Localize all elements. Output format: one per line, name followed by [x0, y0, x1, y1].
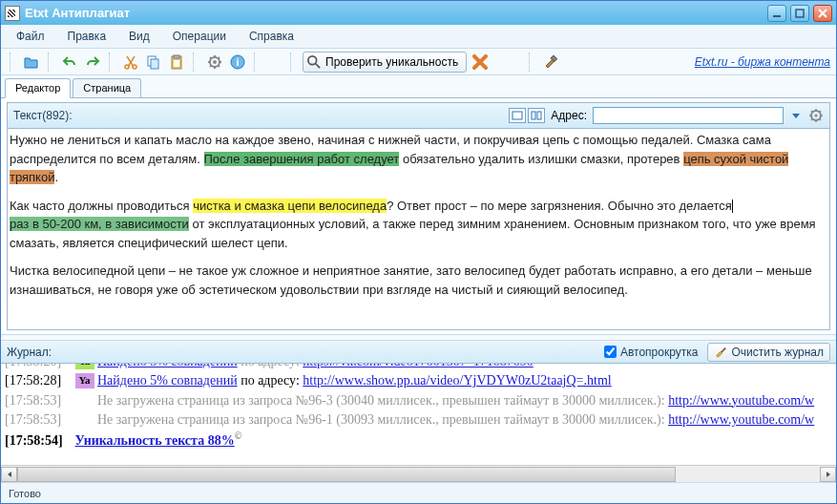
horizontal-scrollbar[interactable] — [1, 465, 836, 482]
journal-log[interactable]: [17:58:20] Ya Найдено 5% совпадений по а… — [1, 364, 836, 465]
separator — [193, 52, 199, 72]
paste-icon[interactable] — [167, 52, 186, 72]
match-text-link[interactable]: Найдено 5% совпадений — [97, 364, 238, 368]
toolbar-grip[interactable] — [10, 52, 15, 72]
autoscroll-checkbox[interactable]: Автопрокрутка — [604, 346, 698, 359]
journal-header: Журнал: Автопрокрутка Очистить журнал — [1, 341, 836, 364]
uniqueness-link[interactable]: Уникальность текста 88% — [75, 433, 235, 448]
toolbar-grip[interactable] — [290, 52, 296, 72]
window-title: Etxt Антиплагиат — [25, 6, 767, 20]
svg-rect-17 — [537, 112, 541, 119]
svg-point-10 — [213, 60, 217, 64]
layout-buttons — [509, 108, 545, 123]
info-icon[interactable]: i — [228, 52, 247, 72]
close-button[interactable] — [813, 5, 832, 22]
svg-point-3 — [133, 65, 136, 69]
editor-text: . — [54, 170, 58, 184]
journal-row: [17:58:53] Не загружена страница из запр… — [5, 391, 832, 410]
timestamp: [17:58:53] — [5, 410, 72, 430]
editor-text: Как часто должны проводиться — [10, 199, 193, 213]
editor-text: Чистка велосипедной цепи – не такое уж с… — [10, 263, 812, 297]
svg-point-19 — [815, 115, 818, 117]
timestamp: [17:58:53] — [5, 391, 72, 410]
journal-title: Журнал: — [7, 346, 52, 359]
check-uniqueness-button[interactable]: Проверить уникальность — [303, 52, 467, 73]
svg-rect-15 — [513, 112, 522, 119]
settings-gear-icon[interactable] — [205, 52, 224, 72]
scrollbar-thumb[interactable] — [17, 467, 676, 482]
match-url-link[interactable]: http://www.show.pp.ua/video/YjVDYW0zU2ta… — [303, 373, 611, 388]
svg-rect-0 — [773, 15, 781, 17]
menubar: Файл Правка Вид Операции Справка — [1, 25, 836, 49]
editor-text: обязательно удалить излишки смазки, прот… — [399, 152, 683, 166]
uniqueness-result: [17:58:54] Уникальность текста 88%© — [5, 430, 832, 451]
journal-row: [17:58:28] Ya Найдено 5% совпадений по а… — [5, 371, 832, 390]
status-text: Готово — [9, 488, 41, 499]
svg-rect-8 — [174, 60, 179, 67]
autoscroll-input[interactable] — [604, 346, 617, 358]
journal-text: Не загружена страница из запроса №96-3 (… — [97, 393, 668, 408]
cut-icon[interactable] — [121, 52, 140, 72]
svg-text:i: i — [236, 56, 239, 68]
match-url-link[interactable]: http://www.youtube.com/w — [668, 412, 814, 427]
app-window: Etxt Антиплагиат Файл Правка Вид Операци… — [0, 0, 837, 504]
address-settings-icon[interactable] — [808, 108, 824, 123]
address-input[interactable] — [593, 107, 784, 124]
broom-icon — [714, 346, 727, 359]
dropdown-arrow-icon[interactable] — [789, 109, 803, 122]
scrollbar-track[interactable] — [17, 467, 820, 482]
separator — [254, 52, 260, 72]
main-area: Текст(892): Адрес: Нужно не лениться и к… — [1, 97, 836, 482]
clear-journal-button[interactable]: Очистить журнал — [707, 343, 830, 362]
copy-icon[interactable] — [144, 52, 163, 72]
scroll-right-arrow[interactable] — [820, 467, 836, 482]
menu-view[interactable]: Вид — [119, 27, 159, 46]
maximize-button[interactable] — [790, 5, 809, 22]
app-icon — [5, 6, 20, 21]
svg-rect-7 — [174, 55, 179, 58]
text-header: Текст(892): Адрес: — [7, 102, 830, 129]
check-uniqueness-label: Проверить уникальность — [325, 55, 458, 69]
address-label: Адрес: — [551, 109, 587, 122]
match-url-link[interactable]: http://www.youtube.com/w — [668, 393, 814, 408]
minimize-button[interactable] — [767, 5, 786, 22]
stop-icon[interactable] — [471, 52, 490, 72]
journal-row: [17:58:20] Ya Найдено 5% совпадений по а… — [5, 364, 832, 371]
tab-page[interactable]: Страница — [73, 78, 141, 97]
search-icon — [307, 55, 321, 69]
titlebar: Etxt Антиплагиат — [1, 1, 836, 25]
journal-row: [17:58:53] Не загружена страница из запр… — [5, 410, 832, 430]
menu-edit[interactable]: Правка — [58, 27, 116, 46]
open-icon[interactable] — [22, 52, 41, 72]
splitter-handle[interactable] — [1, 334, 836, 341]
match-text-link[interactable]: Найдено 5% совпадений — [97, 373, 238, 388]
undo-icon[interactable] — [60, 52, 79, 72]
timestamp: [17:58:20] — [5, 364, 72, 371]
timestamp: [17:58:28] — [5, 371, 72, 390]
journal-text: по адресу: — [238, 364, 303, 368]
etxt-link[interactable]: Etxt.ru - биржа контента — [695, 55, 830, 69]
editor-textarea[interactable]: Нужно не лениться и капать масло на кажд… — [7, 129, 830, 330]
highlight-yellow: чистка и смазка цепи велосипеда — [193, 199, 387, 213]
menu-file[interactable]: Файл — [7, 27, 54, 46]
menu-help[interactable]: Справка — [240, 27, 303, 46]
window-buttons — [767, 5, 832, 22]
menu-operations[interactable]: Операции — [163, 27, 236, 46]
svg-rect-1 — [796, 10, 804, 17]
scroll-left-arrow[interactable] — [1, 467, 17, 482]
clear-journal-label: Очистить журнал — [731, 346, 824, 359]
editor-text: ? Ответ прост – по мере загрязнения. Обы… — [387, 199, 732, 213]
redo-icon[interactable] — [83, 52, 102, 72]
svg-rect-16 — [532, 112, 535, 119]
toolbar-grip[interactable] — [529, 52, 534, 72]
tab-editor[interactable]: Редактор — [5, 78, 71, 98]
journal-text: Не загружена страница из запроса №96-1 (… — [97, 412, 668, 427]
match-url-link[interactable]: https://vk.com/video17001507_171087090 — [303, 364, 534, 368]
layout-single-icon[interactable] — [509, 108, 526, 123]
separator — [109, 52, 115, 72]
hammer-icon[interactable] — [541, 52, 560, 72]
timestamp: [17:58:54] — [5, 431, 72, 451]
layout-split-icon[interactable] — [528, 108, 545, 123]
svg-point-13 — [308, 55, 317, 64]
journal-text: по адресу: — [238, 373, 303, 388]
